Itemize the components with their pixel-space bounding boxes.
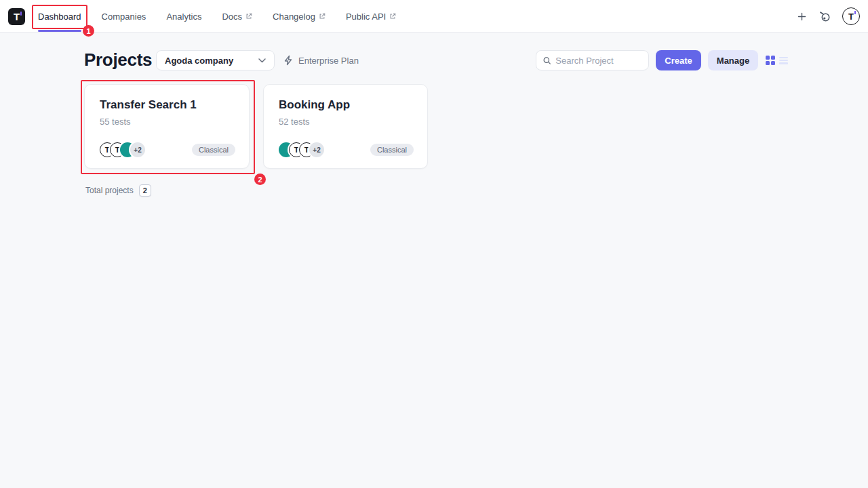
search-icon — [543, 56, 551, 65]
user-avatar[interactable]: T — [842, 7, 860, 25]
logo-accent-tick — [20, 12, 22, 16]
view-toggle — [766, 56, 788, 65]
nav-item-docs[interactable]: Docs — [222, 0, 252, 33]
project-card-transfer-search-1[interactable]: Transfer Search 1 55 tests T T +2 Classi… — [84, 84, 250, 169]
active-tab-underline — [38, 30, 81, 32]
project-name: Booking App — [279, 98, 412, 112]
avatar-accent-tick — [854, 11, 856, 14]
app-logo[interactable]: T — [8, 8, 25, 25]
annotation-step-badge-1: 1 — [83, 25, 94, 37]
nav-label: Companies — [102, 12, 146, 22]
more-members-badge: +2 — [309, 142, 324, 157]
app-screen: T Dashboard 1 Companies Analytics Docs C… — [0, 0, 868, 488]
total-projects-count: 2 — [139, 184, 151, 197]
nav-label: Changelog — [273, 12, 315, 22]
nav-item-changelog[interactable]: Changelog — [273, 0, 326, 33]
nav-label: Analytics — [166, 12, 201, 22]
search-input[interactable] — [555, 56, 642, 66]
project-test-count: 55 tests — [100, 117, 234, 127]
total-projects-row: Total projects 2 — [85, 184, 151, 197]
total-projects-label: Total projects — [85, 186, 134, 195]
more-members-badge: +2 — [130, 142, 145, 157]
create-button[interactable]: Create — [656, 50, 701, 70]
annotation-step-badge-2: 2 — [254, 174, 266, 185]
search-activity-icon[interactable] — [818, 10, 831, 22]
add-icon[interactable] — [797, 12, 807, 22]
nav-item-companies[interactable]: Companies — [102, 0, 146, 33]
project-type-badge: Classical — [370, 144, 414, 156]
external-link-icon — [319, 13, 326, 20]
external-link-icon — [389, 13, 396, 20]
member-avatars: T T +2 — [100, 142, 145, 157]
logo-t-glyph: T — [14, 12, 20, 22]
nav-item-public-api[interactable]: Public API — [346, 0, 396, 33]
avatar-t-glyph: T — [848, 12, 854, 21]
chevron-down-icon — [258, 58, 266, 63]
manage-button[interactable]: Manage — [708, 50, 758, 70]
card-footer: T T +2 Classical — [100, 142, 235, 157]
nav-label: Public API — [346, 12, 386, 22]
grid-view-icon[interactable] — [766, 56, 775, 65]
nav-label: Dashboard — [38, 12, 81, 22]
lightning-bolt-icon — [283, 55, 294, 66]
page-title: Projects — [84, 49, 152, 70]
navbar: T Dashboard 1 Companies Analytics Docs C… — [0, 0, 868, 33]
nav-item-dashboard[interactable]: Dashboard 1 — [38, 0, 81, 33]
company-selector-value: Agoda company — [165, 56, 253, 66]
nav-item-analytics[interactable]: Analytics — [166, 0, 201, 33]
external-link-icon — [245, 13, 252, 20]
company-selector[interactable]: Agoda company — [156, 50, 275, 70]
project-test-count: 52 tests — [279, 117, 412, 127]
project-name: Transfer Search 1 — [100, 98, 234, 112]
project-card-booking-app[interactable]: Booking App 52 tests T T +2 Classical — [263, 84, 428, 169]
plan-indicator: Enterprise Plan — [283, 55, 359, 66]
list-view-icon[interactable] — [779, 56, 788, 65]
navbar-actions: T — [797, 0, 860, 33]
plan-label: Enterprise Plan — [298, 56, 359, 66]
primary-nav: Dashboard 1 Companies Analytics Docs Cha… — [38, 0, 396, 33]
project-type-badge: Classical — [192, 144, 235, 156]
project-search[interactable] — [536, 50, 649, 70]
nav-label: Docs — [222, 12, 242, 22]
card-footer: T T +2 Classical — [279, 142, 414, 157]
member-avatars: T T +2 — [279, 142, 324, 157]
